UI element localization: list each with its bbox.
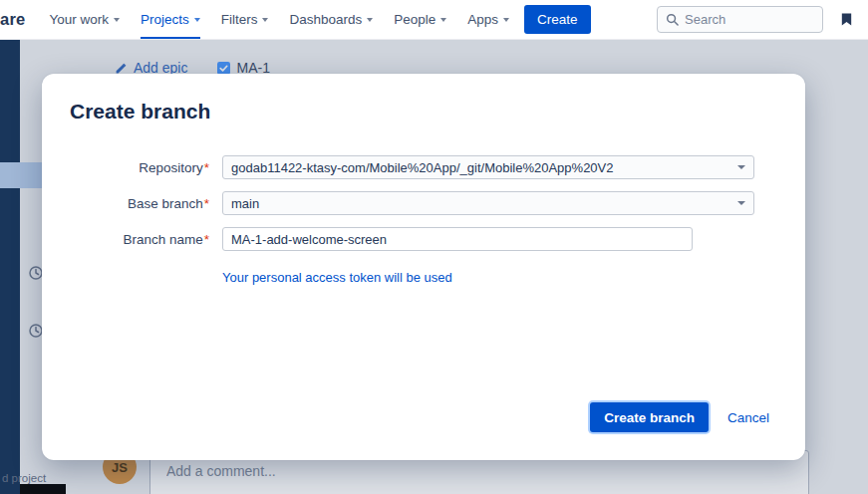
nav-item-filters[interactable]: Filters: [221, 0, 269, 39]
base-branch-value: main: [231, 196, 259, 211]
chevron-down-icon: [114, 18, 120, 22]
chevron-down-icon: [262, 18, 268, 22]
required-marker: *: [204, 196, 209, 211]
nav-item-dashboards[interactable]: Dashboards: [289, 0, 373, 39]
field-label-text: Branch name: [123, 232, 202, 247]
repository-row: Repository* godab11422-ktasy-com/Mobile%…: [70, 155, 777, 179]
nav-item-people[interactable]: People: [394, 0, 446, 39]
nav-item-label: Apps: [467, 12, 498, 27]
nav-items: Your work Projects Filters Dashboards Pe…: [49, 0, 509, 39]
branch-name-input[interactable]: [222, 227, 693, 251]
app-logo[interactable]: are: [0, 10, 25, 29]
page: Add epic MA-1 JS d project are: [0, 0, 868, 494]
cancel-button[interactable]: Cancel: [727, 410, 769, 425]
base-branch-row: Base branch* main: [70, 191, 777, 215]
chevron-down-icon: [367, 18, 373, 22]
chevron-down-icon: [194, 18, 200, 22]
repository-select[interactable]: godab11422-ktasy-com/Mobile%20App/_git/M…: [222, 155, 754, 179]
chevron-down-icon: [440, 18, 446, 22]
dropdown-arrow-icon: [737, 201, 745, 205]
base-branch-select[interactable]: main: [222, 191, 754, 215]
access-token-note: Your personal access token will be used: [222, 270, 777, 285]
nav-item-apps[interactable]: Apps: [467, 0, 509, 39]
create-button[interactable]: Create: [524, 5, 591, 34]
required-marker: *: [204, 232, 209, 247]
nav-item-label: Dashboards: [289, 12, 362, 27]
dropdown-arrow-icon: [737, 165, 745, 169]
modal-actions: Create branch Cancel: [590, 402, 769, 432]
search-input[interactable]: [685, 12, 814, 27]
bookmark-tag-icon[interactable]: [839, 12, 854, 27]
branch-name-label: Branch name*: [70, 232, 209, 247]
nav-item-label: People: [394, 12, 435, 27]
repository-value: godab11422-ktasy-com/Mobile%20App/_git/M…: [231, 160, 614, 175]
nav-item-label: Filters: [221, 12, 258, 27]
repository-label: Repository*: [70, 160, 209, 175]
modal-title: Create branch: [70, 100, 777, 124]
nav-item-label: Projects: [141, 12, 189, 27]
nav-item-projects[interactable]: Projects: [141, 0, 200, 39]
nav-item-label: Your work: [49, 12, 109, 27]
branch-name-row: Branch name*: [70, 227, 777, 251]
nav-item-your-work[interactable]: Your work: [49, 0, 120, 39]
base-branch-label: Base branch*: [70, 196, 209, 211]
create-branch-button[interactable]: Create branch: [590, 402, 709, 432]
field-label-text: Repository: [139, 160, 203, 175]
field-label-text: Base branch: [128, 196, 203, 211]
create-branch-modal: Create branch Repository* godab11422-kta…: [42, 74, 805, 460]
search-icon: [666, 13, 679, 26]
top-navigation: are Your work Projects Filters Dashboard…: [0, 0, 868, 40]
chevron-down-icon: [503, 18, 509, 22]
required-marker: *: [204, 160, 209, 175]
create-branch-form: Repository* godab11422-ktasy-com/Mobile%…: [70, 155, 777, 285]
search-box[interactable]: [657, 6, 823, 33]
